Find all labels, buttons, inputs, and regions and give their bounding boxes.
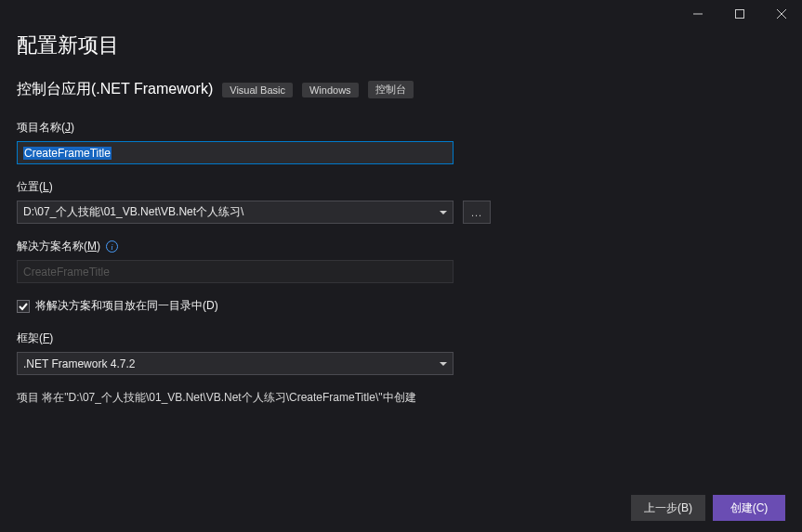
tag-language: Visual Basic [222, 83, 293, 97]
template-name: 控制台应用(.NET Framework) [17, 80, 213, 99]
titlebar [0, 0, 802, 26]
location-combo[interactable]: D:\07_个人技能\01_VB.Net\VB.Net个人练习\ [17, 201, 454, 224]
template-row: 控制台应用(.NET Framework) Visual Basic Windo… [17, 80, 785, 99]
create-button[interactable]: 创建(C) [713, 495, 785, 521]
chevron-down-icon [440, 211, 447, 214]
same-directory-checkbox[interactable] [17, 300, 30, 313]
framework-label: 框架(F) [17, 331, 785, 346]
framework-combo[interactable]: .NET Framework 4.7.2 [17, 352, 454, 375]
svg-rect-1 [735, 10, 743, 19]
project-name-input[interactable]: CreateFrameTitle [17, 141, 454, 164]
tag-type: 控制台 [368, 81, 414, 98]
back-button[interactable]: 上一步(B) [631, 495, 705, 521]
framework-value: .NET Framework 4.7.2 [23, 357, 135, 370]
close-button[interactable] [760, 2, 802, 26]
location-label: 位置(L) [17, 179, 785, 195]
solution-name-input: CreateFrameTitle [17, 260, 454, 283]
summary-text: 项目 将在"D:\07_个人技能\01_VB.Net\VB.Net个人练习\Cr… [17, 390, 785, 406]
same-directory-label: 将解决方案和项目放在同一目录中(D) [35, 298, 218, 314]
project-name-label: 项目名称(J) [17, 120, 785, 136]
minimize-button[interactable] [677, 2, 718, 26]
browse-button[interactable]: ... [463, 201, 491, 224]
chevron-down-icon [440, 362, 447, 366]
footer: 上一步(B) 创建(C) [631, 495, 785, 521]
info-icon[interactable]: i [106, 240, 118, 253]
maximize-button[interactable] [718, 2, 760, 26]
page-title: 配置新项目 [17, 32, 785, 59]
location-value: D:\07_个人技能\01_VB.Net\VB.Net个人练习\ [23, 204, 243, 220]
solution-name-label: 解决方案名称(M) i [17, 239, 785, 254]
tag-platform: Windows [302, 83, 359, 97]
